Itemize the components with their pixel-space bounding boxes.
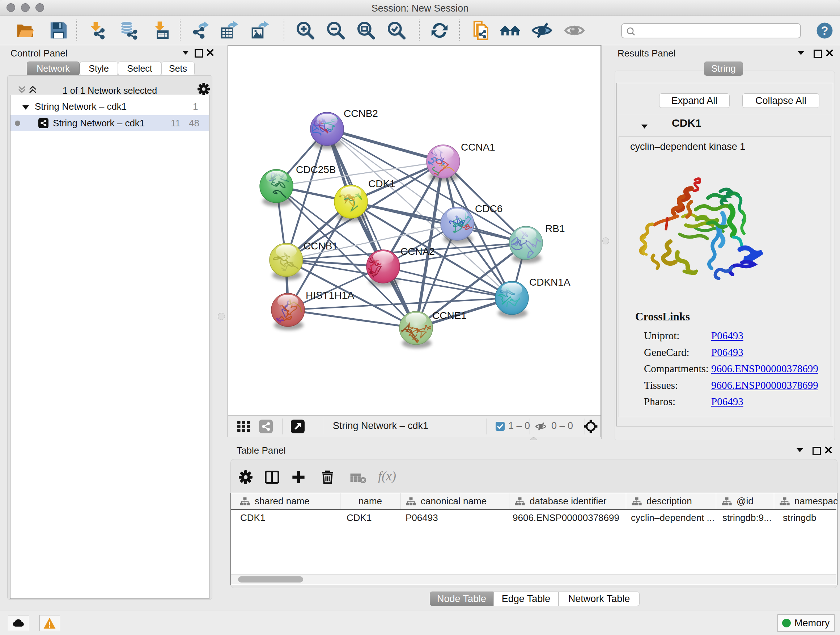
svg-text:CDC6: CDC6 bbox=[475, 203, 502, 214]
svg-text:CCNA1: CCNA1 bbox=[461, 141, 495, 153]
svg-text:CCNB2: CCNB2 bbox=[344, 108, 378, 119]
svg-text:HIST1H1A: HIST1H1A bbox=[306, 290, 354, 301]
svg-text:CCNB1: CCNB1 bbox=[303, 241, 338, 252]
svg-text:CCNE1: CCNE1 bbox=[432, 310, 467, 321]
svg-text:CCNA2: CCNA2 bbox=[401, 246, 435, 257]
svg-text:CDKN1A: CDKN1A bbox=[529, 277, 570, 288]
svg-text:CDK1: CDK1 bbox=[368, 178, 395, 189]
svg-text:RB1: RB1 bbox=[545, 223, 565, 234]
svg-text:?: ? bbox=[821, 24, 829, 37]
svg-text:CDC25B: CDC25B bbox=[296, 164, 336, 175]
